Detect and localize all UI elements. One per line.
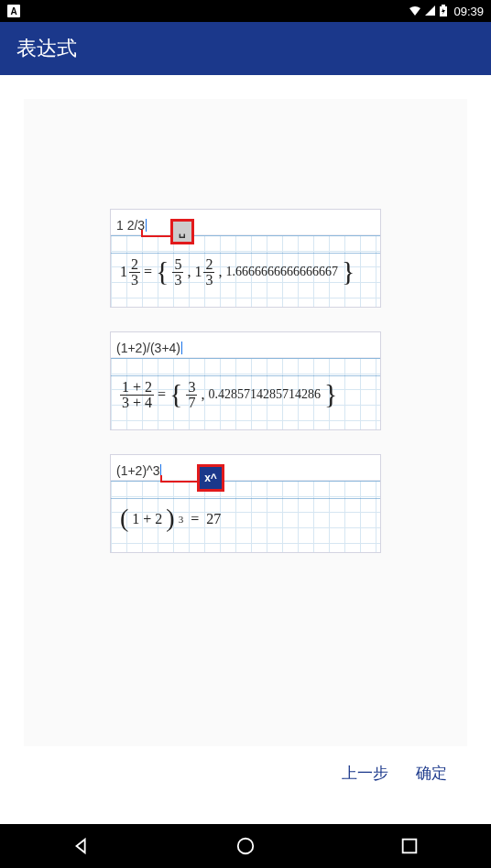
svg-point-2 [238,839,254,854]
prev-button[interactable]: 上一步 [342,763,388,784]
status-right: 09:39 [408,5,484,18]
home-icon[interactable] [235,836,256,856]
power-key[interactable]: x^ [197,464,224,492]
result-decimal: 0.4285714285714286 [208,387,321,402]
mixed-fraction: 1 2 3 [120,257,140,288]
brace-right: } [342,255,355,287]
svg-rect-1 [442,5,445,6]
wifi-icon [408,5,422,17]
dialog-buttons: 上一步 确定 [24,746,467,800]
example-card-3: (1+2)^3 x^ ( 1 + 2 ) 3 = 27 [110,454,381,553]
key-label: ␣ [179,225,186,238]
result-2: 1 + 2 3 + 4 = { 3 7 , 0.4285714285714286… [111,372,380,418]
result-frac: 3 7 [186,380,197,410]
value: 27 [206,511,221,527]
svg-rect-3 [402,840,416,853]
app-title: 表达式 [16,35,77,62]
equals: = [144,264,152,280]
result-frac: 5 3 [172,257,183,288]
input-text: (1+2)/(3+4) [116,341,182,355]
result-mixed: 1 2 3 [194,257,214,288]
recent-icon[interactable] [399,836,420,856]
ok-button[interactable]: 确定 [416,763,447,784]
signal-icon [424,5,437,17]
mixed-whole: 1 [120,264,127,280]
expression-input-2[interactable]: (1+2)/(3+4) [111,332,380,358]
space-key[interactable]: ␣ [170,219,194,244]
content: 1 2/3 ␣ 1 2 3 = { [0,75,491,824]
battery-icon [439,5,448,17]
lhs-frac: 1 + 2 3 + 4 [120,380,154,410]
status-left: A [7,5,20,17]
mixed-num: 2 [129,257,140,272]
exponent: 3 [179,514,184,525]
input-text: (1+2)^3 [116,463,161,478]
status-bar: A 09:39 [0,0,491,22]
tutorial-panel: 1 2/3 ␣ 1 2 3 = { [24,99,467,746]
back-icon[interactable] [71,836,92,856]
clock: 09:39 [453,5,484,18]
base: 1 + 2 [132,511,162,527]
navigation-bar [0,824,491,868]
expression-input-3[interactable]: (1+2)^3 [111,455,380,481]
result-1: 1 2 3 = { 5 3 , 1 [111,249,380,295]
result-3: ( 1 + 2 ) 3 = 27 [111,497,380,541]
example-card-1: 1 2/3 ␣ 1 2 3 = { [110,209,381,308]
result-decimal: 1.6666666666666667 [225,265,338,279]
app-icon-small: A [7,5,20,17]
mixed-den: 3 [129,272,140,288]
app-bar: 表达式 [0,22,491,75]
key-label: x^ [204,472,217,484]
brace-left: { [156,255,169,287]
example-card-2: (1+2)/(3+4) 1 + 2 3 + 4 = { 3 7 , [110,331,381,430]
